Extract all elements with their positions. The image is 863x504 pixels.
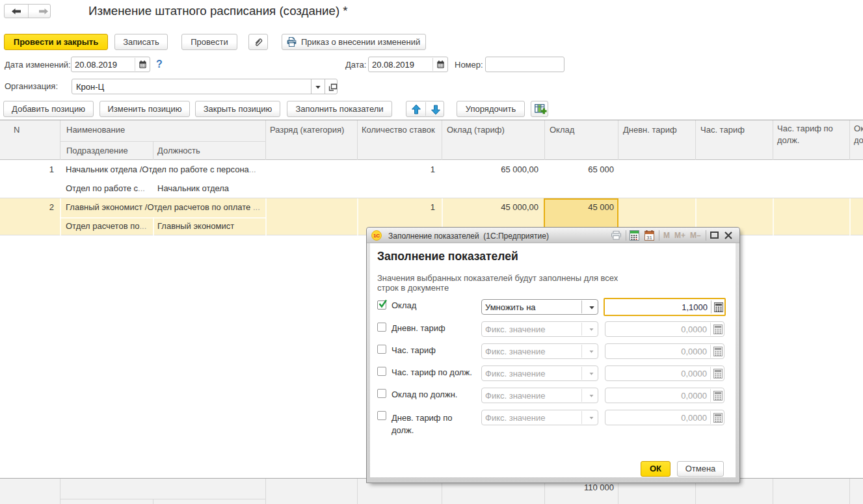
svg-text:1С: 1С xyxy=(373,233,380,239)
svg-text:31: 31 xyxy=(646,235,652,241)
